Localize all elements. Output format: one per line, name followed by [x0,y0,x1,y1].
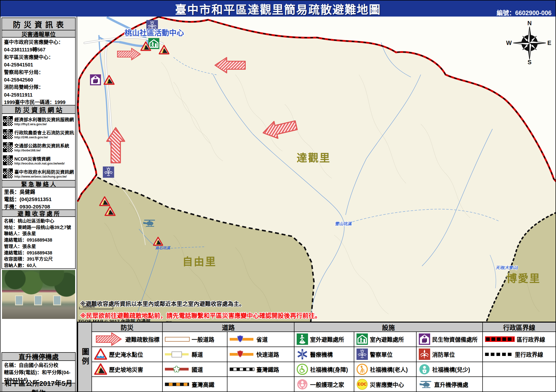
website-url: http://eocdss.ncdr.nat.gov.tw/web/ [14,162,65,165]
village-label-daguan: 達觀里 [297,152,331,164]
shelter-info-line: 容納人數：60人 [4,262,73,269]
page-title: 臺中市和平區達觀里簡易疏散避難地圖 [175,0,381,17]
evacuation-map-poster: 臺中市和平區達觀里簡易疏散避難地圖 編號：6602900-006 [0,0,556,392]
supply-depot-icon [419,333,430,345]
legend-label: 歷史坡地災害 [109,365,143,373]
heliport-info-line: 名稱：自由國小烏石分校 [4,362,73,369]
legend-label: 災害應變中心 [370,380,404,389]
legend-empty-cell [227,377,294,392]
website-url: http://246.swcb.gov.tw/ [14,136,74,139]
legend-label: 區行政界線 [517,335,545,343]
legend-item: EOC 災害應變中心 [354,377,416,392]
shelter-info-line: 收容面積：391平方公尺 [4,256,73,262]
village-label-ziyou: 自由里 [182,256,217,268]
report-unit-line: 和平區災害應變中心： [4,54,73,61]
legend-header-roads: 道路 [162,322,294,332]
village-label-boai: 博愛里 [507,273,541,284]
stream-label-tianchi: 天池(大雪山) [496,266,518,270]
report-unit-line: 04-25941501 [4,61,73,68]
police-station-icon [356,349,368,360]
legend-label: 社福機構(身障) [310,365,348,373]
shelter-photo [2,270,75,319]
report-units-list: 臺中市政府災害應變中心： 04-23811119轉567 和平區災害應變中心： … [1,37,76,105]
flood-point-icon [94,348,107,361]
qr-code-icon [3,129,13,139]
website-item: 經濟部水利署防災資訊服務網 http://fhy2.wra.gov.tw/ [3,114,74,127]
website-name: 交通部公路防救災資訊系統 [14,142,69,149]
helipad-icon [419,380,432,389]
eoc-icon: EOC [356,379,368,390]
evacuation-arrow-icon [94,332,123,346]
legend-item: 避難疏散指標 [92,332,162,347]
report-unit-line: 警察局和平分局： [4,69,73,76]
report-unit-line: 04-25942560 [4,76,73,83]
shelter-info-line: 名稱：桃山社區活動中心 [4,218,73,224]
legend-label: 警察單位 [370,350,393,358]
welfare-child-icon [419,364,430,375]
legend-label: 民生物資儲備處所 [432,335,478,343]
compass-w-label: W [506,40,512,46]
legend-empty-cell [92,377,162,392]
eoc-text: EOC [356,382,368,387]
nursing-home-icon [297,379,308,390]
legend-label: 臺灣鐵路 [256,365,279,373]
shelter-info-line: 連絡電話：0916889438 [4,250,73,256]
district-boundary-swatch [485,336,515,342]
legend-caption: 圖例 [78,322,92,392]
legend-header-boundaries: 行政區界線 [483,322,556,332]
legend-item: 一般道路 [162,332,227,347]
website-item: NCDR災害情資網 http://eocdss.ncdr.nat.gov.tw/… [3,154,74,167]
legend-label: 醫療機構 [310,350,333,358]
legend-item: 一般護理之家 [294,377,354,392]
website-url: http://fhy2.wra.gov.tw/ [14,123,74,126]
village-boundary-swatch [485,353,513,356]
hsr-swatch [165,383,189,386]
legend-label: 社福機構(兒少) [432,365,470,373]
report-units-title: 災害通報單位 [1,30,76,38]
fire-department-icon [419,349,430,360]
serial-number: 編號：6602900-006 [497,8,552,17]
legend-item: 縣道 [162,347,227,362]
legend-item: 直升機停機處 [416,377,483,392]
shelter-info-line: 聯絡人：張永星 [4,230,73,237]
website-name: 行政院農委會土石流防災資訊網 [14,129,74,136]
stream-label-wushikeng: 烏石坑溪 [155,246,171,250]
legend-label: 室外避難處所 [310,335,344,343]
legend-item: 室內避難處所 [354,332,416,347]
report-unit-line: 04-23811119轉567 [4,46,73,53]
legend-header-prevention: 防災 [92,322,162,332]
welfare-elderly-icon [356,364,368,375]
report-unit-line: 04-25911911 [4,91,73,99]
compass-n-label: N [527,20,532,26]
heliport-title: 直升機停機處 [1,352,76,361]
title-bar: 臺中市和平區達觀里簡易疏散避難地圖 編號：6602900-006 [0,0,556,17]
contact-line: 電話：(04)25911351 [4,196,73,203]
map-area: 桃山社區活動中心 達觀里 自由里 博愛里 雪山坑溪 烏石坑溪 天池(大雪山) N… [77,17,556,322]
legend-item: 社福機構(老人) [354,362,416,377]
provincial-shield-icon [237,335,244,343]
compass-s-label: S [528,59,532,65]
legend-item: 臺灣高鐵 [162,377,227,392]
legend-label: 縣道 [192,350,203,358]
compass-e-label: E [547,40,551,46]
expressway-shield-icon [237,350,244,358]
website-name: 經濟部水利署防災資訊服務網 [14,116,74,123]
legend-label: 臺灣高鐵 [192,380,214,389]
contacts-list: 里長：吳健錫 電話：(04)25911351 手機：0930-205708 [1,187,76,210]
website-item: 行政院農委會土石流防災資訊網 http://246.swcb.gov.tw/ [3,127,74,141]
legend-empty-cell [483,362,556,377]
websites-list: 經濟部水利署防災資訊服務網 http://fhy2.wra.gov.tw/ 行政… [1,113,76,181]
info-table-title: 防 災 資 訊 表 [1,18,76,30]
legend-label: 一般護理之家 [310,380,344,389]
legend-label: 避難疏散指標 [125,335,159,343]
stream-label-xueshankeng: 雪山坑溪 [335,222,352,226]
county-road-swatch [165,353,189,355]
legend-item: 臺灣鐵路 [227,362,294,377]
websites-title: 防 災 資 訊 網 站 [1,105,76,114]
qr-code-icon [3,155,13,165]
map-canvas: 桃山社區活動中心 達觀里 自由里 博愛里 雪山坑溪 烏石坑溪 天池(大雪山) N… [77,17,556,322]
website-url: http://www.wrbeoc.taichung.gov.tw/ [14,175,74,178]
indoor-shelter-icon [356,333,368,345]
legend-label: 消防單位 [432,350,455,358]
website-item: 臺中市政府水利局防災資訊網 http://www.wrbeoc.taichung… [3,167,74,180]
